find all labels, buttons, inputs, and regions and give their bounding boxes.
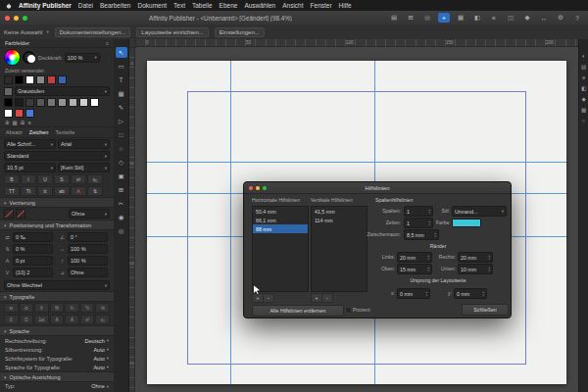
format-button[interactable]: x² bbox=[71, 174, 86, 184]
guide-list-item[interactable]: 114 mm bbox=[312, 216, 367, 224]
guide-list-item[interactable]: 88 mm bbox=[253, 224, 308, 233]
effects-studio-icon[interactable]: ◆ bbox=[581, 96, 585, 102]
format-button[interactable]: Tt bbox=[21, 186, 36, 196]
place-image-tool[interactable]: ⊞ bbox=[116, 184, 127, 195]
format-button[interactable]: I bbox=[21, 174, 36, 184]
palette-select[interactable]: Graustufen bbox=[15, 86, 110, 96]
guide-list-item[interactable]: 50,4 mm bbox=[253, 207, 308, 216]
font-size-field[interactable]: 10,5 pt bbox=[4, 163, 56, 172]
format-button[interactable]: U bbox=[37, 174, 53, 184]
swatch-option-icon[interactable]: ▦ bbox=[13, 120, 18, 125]
node-tool[interactable]: ▷ bbox=[116, 116, 127, 126]
menu-item[interactable]: Text bbox=[173, 2, 185, 9]
close-dialog-button[interactable]: Schließen bbox=[462, 304, 509, 316]
typography-section-header[interactable]: Typografie bbox=[0, 291, 114, 302]
remove-all-guides-button[interactable]: Alle Hilfslinien entfernen bbox=[252, 305, 344, 317]
typography-button[interactable]: O bbox=[20, 315, 34, 324]
stepper-icon[interactable] bbox=[434, 232, 436, 238]
menu-item[interactable]: Auswählen bbox=[244, 2, 275, 9]
context-toolbar-button[interactable]: Einstellungen... bbox=[215, 27, 265, 37]
menu-item[interactable]: Ansicht bbox=[282, 2, 303, 9]
color-picker-tool[interactable]: ◉ bbox=[116, 212, 127, 222]
recent-color-swatch[interactable] bbox=[15, 75, 24, 84]
pen-tool[interactable]: ✎ bbox=[116, 102, 127, 113]
typography-button[interactable]: ½ bbox=[80, 303, 95, 313]
margin-right-field[interactable]: 20 mm bbox=[458, 252, 493, 263]
shape-tool[interactable]: ◇ bbox=[116, 157, 127, 168]
palette-color-swatch[interactable] bbox=[58, 98, 67, 107]
toolbar-icon[interactable]: ◎ bbox=[421, 13, 433, 23]
language-row-select[interactable]: Auto bbox=[93, 365, 109, 370]
zoom-window-button[interactable] bbox=[23, 16, 27, 21]
format-button[interactable]: tt bbox=[37, 186, 53, 196]
palette-color-swatch[interactable] bbox=[4, 98, 13, 107]
palette-color-swatch[interactable] bbox=[4, 109, 13, 118]
positioning-field[interactable]: 0 pt bbox=[13, 256, 53, 266]
menu-item-app[interactable]: Affinity Publisher bbox=[19, 2, 72, 9]
selection-status[interactable]: Keine Auswahl bbox=[4, 29, 49, 35]
format-button[interactable]: TT bbox=[4, 186, 20, 196]
menu-item[interactable]: Datei bbox=[78, 2, 93, 9]
menu-item[interactable]: Hilfe bbox=[339, 2, 352, 9]
positioning-field[interactable]: 100 % bbox=[68, 256, 108, 266]
apple-menu-icon[interactable] bbox=[6, 3, 12, 9]
palette-color-swatch[interactable] bbox=[90, 98, 99, 107]
format-button[interactable]: S bbox=[54, 174, 70, 184]
palette-color-swatch[interactable] bbox=[69, 98, 77, 107]
fill-stroke-wells[interactable] bbox=[23, 51, 36, 64]
decoration-section-header[interactable]: Verzierung bbox=[0, 197, 114, 208]
stepper-icon[interactable] bbox=[488, 255, 490, 261]
format-button[interactable]: A bbox=[71, 186, 86, 196]
remove-vertical-guide-button[interactable]: − bbox=[321, 293, 333, 303]
swatch-option-icon[interactable]: ⊞ bbox=[21, 120, 25, 125]
stepper-icon[interactable] bbox=[488, 267, 490, 272]
toolbar-icon[interactable]: ≡ bbox=[488, 13, 500, 23]
positioning-field[interactable]: Ohne bbox=[68, 268, 108, 277]
columns-field[interactable]: 1 bbox=[404, 206, 433, 217]
typography-button[interactable]: fi bbox=[34, 303, 49, 313]
font-family-select[interactable]: Arial bbox=[58, 139, 110, 149]
recent-color-swatch[interactable] bbox=[25, 75, 34, 84]
text-studio-icon[interactable]: ◧ bbox=[581, 85, 586, 91]
baseline-mode-select[interactable]: Ohne Wechsel bbox=[4, 280, 110, 290]
palette-color-swatch[interactable] bbox=[25, 98, 34, 107]
typography-button[interactable]: x₂ bbox=[95, 315, 110, 324]
margin-top-field[interactable]: 15 mm bbox=[397, 264, 432, 274]
positioning-field[interactable]: 0 ° bbox=[68, 232, 108, 242]
close-window-button[interactable] bbox=[5, 16, 10, 21]
text-panel-tab[interactable]: Textstile bbox=[55, 129, 74, 135]
toolbar-icon[interactable]: ◧ bbox=[471, 13, 483, 23]
recent-color-swatch[interactable] bbox=[47, 75, 56, 84]
typography-button[interactable]: x² bbox=[80, 315, 95, 324]
dialog-titlebar[interactable]: Hilfslinien bbox=[244, 182, 511, 194]
fill-well[interactable] bbox=[26, 54, 36, 64]
stepper-icon[interactable] bbox=[428, 209, 430, 215]
language-row-select[interactable]: Deutsch bbox=[85, 338, 109, 344]
positioning-field[interactable]: 100 % bbox=[68, 244, 108, 254]
artistic-text-tool[interactable]: T bbox=[116, 74, 127, 85]
stepper-icon[interactable] bbox=[427, 267, 429, 272]
context-toolbar-button[interactable]: Layoutseite einrichten... bbox=[136, 27, 208, 37]
guide-list-item[interactable]: 41,5 mm bbox=[312, 207, 367, 216]
navigator-studio-icon[interactable]: ○ bbox=[582, 118, 585, 123]
menu-item[interactable]: Bearbeiten bbox=[100, 2, 130, 9]
typography-button[interactable]: ct bbox=[20, 303, 34, 313]
swatches-panel-tab[interactable]: Farbfelder ≡ bbox=[0, 39, 114, 48]
recent-color-swatch[interactable] bbox=[4, 75, 13, 84]
language-row-select[interactable]: Auto bbox=[93, 356, 109, 362]
text-style-select[interactable]: [Kein Stil] bbox=[58, 163, 110, 172]
menu-item[interactable]: Ebene bbox=[220, 2, 238, 9]
context-toolbar-button[interactable]: Dokumenteinstellungen... bbox=[55, 27, 131, 37]
palette-color-swatch[interactable] bbox=[79, 98, 88, 107]
swatches-studio-icon[interactable]: ▤ bbox=[581, 64, 586, 70]
layers-studio-icon[interactable]: ≡ bbox=[582, 74, 585, 80]
positioning-field[interactable]: 0 ‰ bbox=[13, 232, 53, 242]
decoration-fill-well[interactable] bbox=[4, 209, 14, 219]
ellipse-tool[interactable]: ○ bbox=[116, 143, 127, 154]
picture-frame-tool[interactable]: ▣ bbox=[116, 171, 127, 181]
font-style-select[interactable]: Standard bbox=[4, 151, 110, 161]
palette-color-swatch[interactable] bbox=[36, 98, 45, 107]
toolbar-icon[interactable]: ⊞ bbox=[405, 13, 416, 23]
menu-item[interactable]: Dokument bbox=[137, 2, 167, 9]
recent-color-swatch[interactable] bbox=[58, 75, 67, 84]
